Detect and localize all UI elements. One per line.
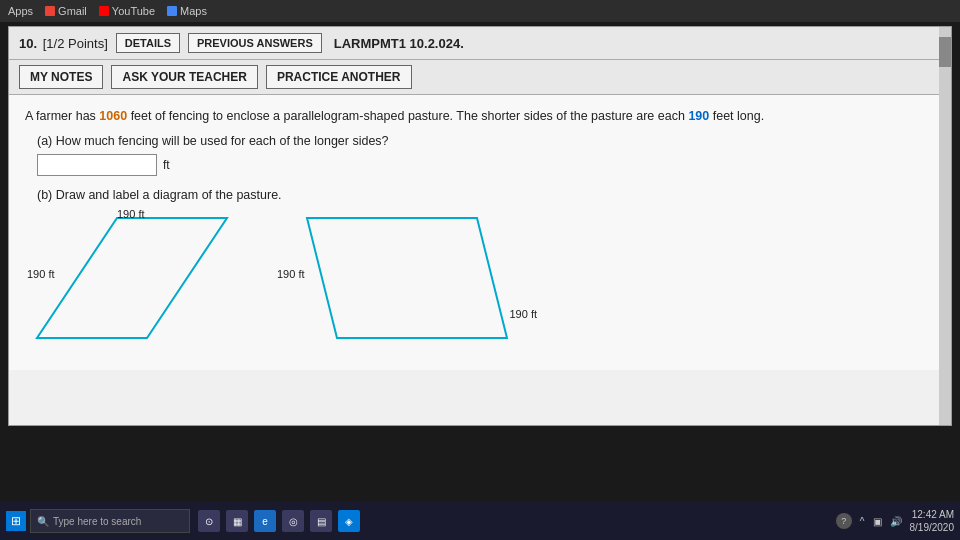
taskbar-icon-3[interactable]: e — [254, 510, 276, 532]
taskbar-icon-1[interactable]: ⊙ — [198, 510, 220, 532]
sub-question-b: (b) Draw and label a diagram of the past… — [37, 188, 935, 202]
diagram-left-top-label: 190 ft — [117, 208, 145, 220]
input-row-a: ft — [37, 154, 935, 176]
taskbar-chevron-icon: ^ — [860, 516, 865, 527]
my-notes-button[interactable]: MY NOTES — [19, 65, 103, 89]
button-row: MY NOTES ASK YOUR TEACHER PRACTICE ANOTH… — [9, 60, 951, 95]
browser-bar: Apps Gmail YouTube Maps — [0, 0, 960, 22]
diagram-left-side-label: 190 ft — [27, 268, 55, 280]
diagram-right-left-label: 190 ft — [277, 268, 305, 280]
problem-statement: A farmer has 1060 feet of fencing to enc… — [25, 107, 935, 126]
details-button[interactable]: DETAILS — [116, 33, 180, 53]
taskbar-search-box[interactable]: 🔍 Type here to search — [30, 509, 190, 533]
search-placeholder-text: Type here to search — [53, 516, 141, 527]
windows-icon: ⊞ — [11, 514, 21, 528]
taskbar-speaker-icon: 🔊 — [890, 516, 902, 527]
previous-answers-button[interactable]: PREVIOUS ANSWERS — [188, 33, 322, 53]
content-body: A farmer has 1060 feet of fencing to enc… — [9, 95, 951, 370]
parallelogram-left-svg — [37, 208, 237, 358]
ask-teacher-button[interactable]: ASK YOUR TEACHER — [111, 65, 257, 89]
youtube-label: YouTube — [112, 5, 155, 17]
svg-marker-0 — [37, 218, 227, 338]
gmail-favicon — [45, 6, 55, 16]
taskbar-icon-4[interactable]: ◎ — [282, 510, 304, 532]
question-number: 10. [1/2 Points] — [19, 36, 108, 51]
main-content: 10. [1/2 Points] DETAILS PREVIOUS ANSWER… — [8, 26, 952, 426]
practice-another-button[interactable]: PRACTICE ANOTHER — [266, 65, 412, 89]
taskbar-icon-5[interactable]: ▤ — [310, 510, 332, 532]
diagram-right: 190 ft 190 ft — [277, 208, 537, 358]
youtube-link[interactable]: YouTube — [99, 5, 155, 17]
taskbar-icon-6[interactable]: ◈ — [338, 510, 360, 532]
taskbar: ⊞ 🔍 Type here to search ⊙ ▦ e ◎ ▤ ◈ ? ^ … — [0, 502, 960, 540]
diagram-left: 190 ft 190 ft — [37, 208, 237, 358]
apps-label: Apps — [8, 5, 33, 17]
gmail-label: Gmail — [58, 5, 87, 17]
taskbar-time: 12:42 AM 8/19/2020 — [910, 508, 955, 534]
maps-favicon — [167, 6, 177, 16]
youtube-favicon — [99, 6, 109, 16]
taskbar-help-icon: ? — [836, 513, 852, 529]
search-icon: 🔍 — [37, 516, 49, 527]
taskbar-network-icon: ▣ — [873, 516, 882, 527]
start-button[interactable]: ⊞ — [6, 511, 26, 531]
diagram-area: 190 ft 190 ft 190 ft — [37, 208, 935, 358]
taskbar-right: ? ^ ▣ 🔊 12:42 AM 8/19/2020 — [836, 508, 954, 534]
taskbar-icons: ⊙ ▦ e ◎ ▤ ◈ — [198, 510, 360, 532]
answer-input-a[interactable] — [37, 154, 157, 176]
sub-question-a: (a) How much fencing will be used for ea… — [37, 134, 935, 148]
question-id: LARMPMT1 10.2.024. — [334, 36, 464, 51]
taskbar-icon-2[interactable]: ▦ — [226, 510, 248, 532]
parallelogram-right-svg — [277, 208, 537, 358]
question-header: 10. [1/2 Points] DETAILS PREVIOUS ANSWER… — [9, 27, 951, 60]
scrollbar-track[interactable] — [939, 27, 951, 425]
maps-link[interactable]: Maps — [167, 5, 207, 17]
maps-label: Maps — [180, 5, 207, 17]
diagram-right-side-label: 190 ft — [509, 308, 537, 320]
scrollbar-thumb[interactable] — [939, 37, 951, 67]
apps-link[interactable]: Apps — [8, 5, 33, 17]
svg-marker-1 — [307, 218, 507, 338]
unit-label-a: ft — [163, 158, 170, 172]
gmail-link[interactable]: Gmail — [45, 5, 87, 17]
